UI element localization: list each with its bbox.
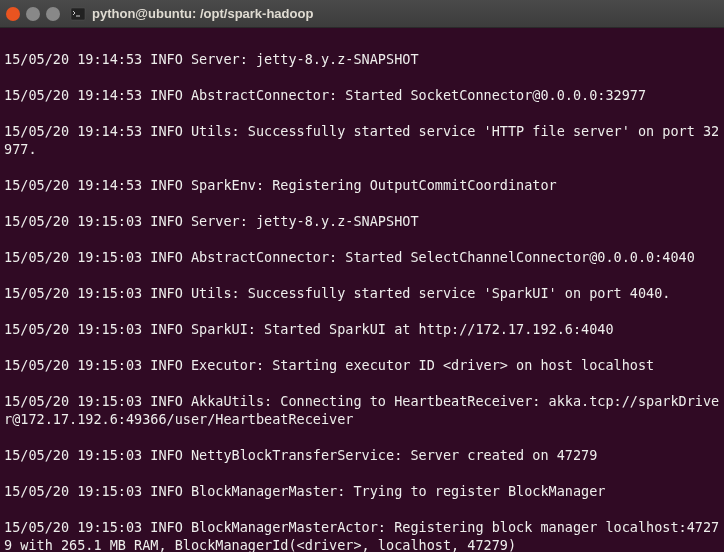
terminal-icon [70,6,86,22]
svg-rect-0 [71,8,85,20]
log-line: 15/05/20 19:14:53 INFO Server: jetty-8.y… [4,50,720,68]
log-line: 15/05/20 19:15:03 INFO BlockManagerMaste… [4,482,720,500]
log-line: 15/05/20 19:14:53 INFO AbstractConnector… [4,86,720,104]
maximize-button[interactable] [46,7,60,21]
window-controls [6,7,60,21]
log-line: 15/05/20 19:14:53 INFO Utils: Successful… [4,122,720,158]
log-line: 15/05/20 19:15:03 INFO AbstractConnector… [4,248,720,266]
log-line: 15/05/20 19:15:03 INFO BlockManagerMaste… [4,518,720,552]
window-title: python@ubuntu: /opt/spark-hadoop [92,6,313,21]
close-button[interactable] [6,7,20,21]
log-line: 15/05/20 19:15:03 INFO Server: jetty-8.y… [4,212,720,230]
log-line: 15/05/20 19:14:53 INFO SparkEnv: Registe… [4,176,720,194]
window-titlebar: python@ubuntu: /opt/spark-hadoop [0,0,724,28]
log-line: 15/05/20 19:15:03 INFO AkkaUtils: Connec… [4,392,720,428]
log-line: 15/05/20 19:15:03 INFO SparkUI: Started … [4,320,720,338]
log-line: 15/05/20 19:15:03 INFO Executor: Startin… [4,356,720,374]
log-line: 15/05/20 19:15:03 INFO NettyBlockTransfe… [4,446,720,464]
minimize-button[interactable] [26,7,40,21]
terminal-output[interactable]: 15/05/20 19:14:53 INFO Server: jetty-8.y… [0,28,724,552]
log-line: 15/05/20 19:15:03 INFO Utils: Successful… [4,284,720,302]
